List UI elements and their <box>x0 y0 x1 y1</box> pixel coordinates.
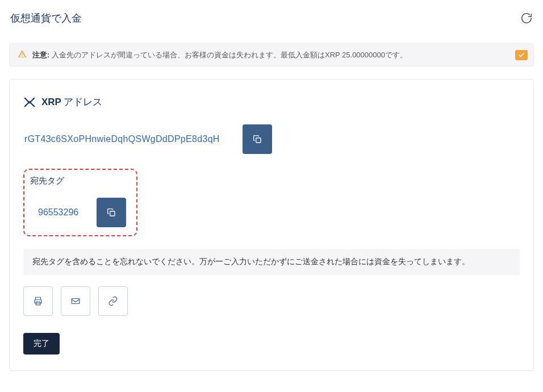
destination-tag-label: 宛先タグ <box>30 176 126 186</box>
currency-label: XRP <box>41 97 61 107</box>
page-title: 仮想通貨で入金 <box>10 11 82 25</box>
alert-text: 注意: 入金先のアドレスが間違っている場合、お客様の資金は失われます。最低入金額… <box>32 50 407 60</box>
destination-tag-section: 宛先タグ 96553296 <box>23 169 137 236</box>
alert-bar: 注意: 入金先のアドレスが間違っている場合、お客様の資金は失われます。最低入金額… <box>9 43 534 66</box>
svg-rect-1 <box>110 211 115 216</box>
svg-rect-0 <box>256 138 260 143</box>
link-button[interactable] <box>98 286 128 316</box>
alert-check-badge[interactable] <box>515 50 528 60</box>
warning-triangle-icon <box>18 49 27 60</box>
alert-label: 注意: <box>32 51 49 59</box>
refresh-icon[interactable] <box>520 12 533 24</box>
done-button[interactable]: 完了 <box>23 333 60 355</box>
email-button[interactable] <box>61 286 90 316</box>
print-button[interactable] <box>23 286 53 316</box>
copy-address-button[interactable] <box>243 124 272 154</box>
tag-warning-text: 宛先タグを含めることを忘れないでください。万が一ご入力いただかずにご送金された場… <box>23 249 520 275</box>
copy-tag-button[interactable] <box>97 198 126 227</box>
svg-rect-4 <box>72 299 80 304</box>
address-header: XRP アドレス <box>23 95 520 109</box>
xrp-icon <box>23 96 36 109</box>
destination-tag-value[interactable]: 96553296 <box>30 207 78 218</box>
deposit-card: XRP アドレス rGT43c6SXoPHnwieDqhQSWgDdDPpE8d… <box>9 79 534 371</box>
deposit-address[interactable]: rGT43c6SXoPHnwieDqhQSWgDdDPpE8d3qH <box>24 134 220 144</box>
